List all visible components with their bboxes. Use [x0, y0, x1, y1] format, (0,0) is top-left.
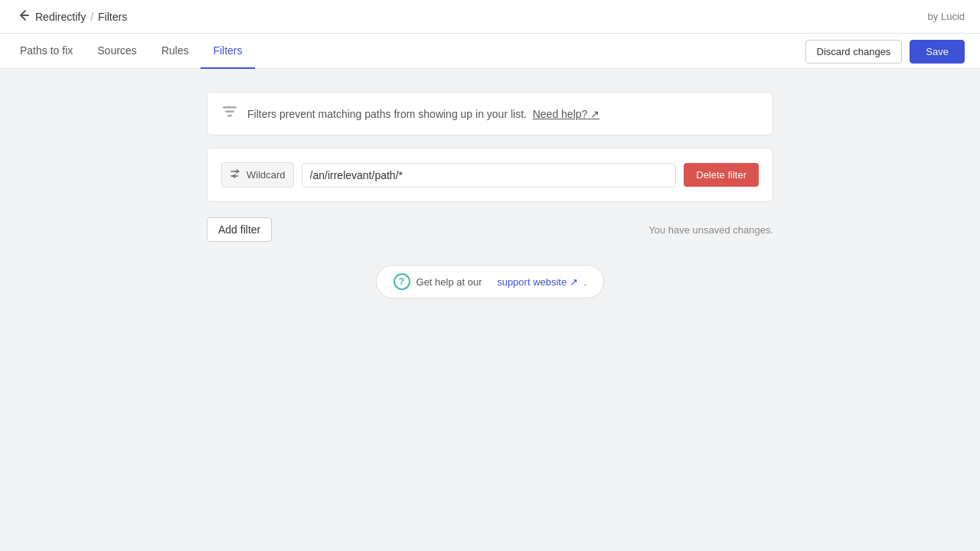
page-title: Filters: [98, 11, 127, 23]
filter-card: Wildcard Delete filter: [207, 148, 773, 202]
unsaved-changes-text: You have unsaved changes.: [648, 224, 773, 236]
nav-tabs: Paths to fix Sources Rules Filters Disca…: [0, 34, 980, 69]
help-circle-icon: ?: [394, 273, 410, 290]
delete-filter-button[interactable]: Delete filter: [684, 163, 759, 187]
svg-rect-0: [223, 106, 237, 109]
svg-rect-1: [225, 111, 234, 113]
tab-filters[interactable]: Filters: [201, 34, 254, 69]
main-content: Filters prevent matching paths from show…: [184, 69, 796, 321]
need-help-link[interactable]: Need help? ↗: [533, 108, 600, 120]
save-button[interactable]: Save: [910, 40, 965, 64]
support-website-link[interactable]: support website ↗: [497, 276, 578, 288]
add-filter-button[interactable]: Add filter: [207, 217, 272, 242]
tab-rules[interactable]: Rules: [149, 34, 201, 69]
tab-sources[interactable]: Sources: [85, 34, 149, 69]
info-text: Filters prevent matching paths from show…: [247, 108, 599, 120]
support-box: ? Get help at our support website ↗.: [207, 265, 773, 298]
filter-row: Wildcard Delete filter: [221, 162, 759, 187]
discard-changes-button[interactable]: Discard changes: [805, 40, 903, 64]
filter-icon: [221, 103, 238, 124]
filter-path-input[interactable]: [302, 163, 677, 187]
back-icon: [15, 8, 31, 25]
action-buttons: Discard changes Save: [805, 40, 965, 64]
bottom-row: Add filter You have unsaved changes.: [207, 217, 773, 242]
breadcrumb: Redirectify / Filters: [15, 8, 127, 25]
support-prefix: Get help at our: [416, 276, 482, 288]
info-banner: Filters prevent matching paths from show…: [207, 92, 773, 135]
topbar: Redirectify / Filters by Lucid: [0, 0, 980, 34]
wildcard-label: Wildcard: [247, 169, 286, 181]
by-label: by Lucid: [928, 11, 965, 22]
info-banner-text: Filters prevent matching paths from show…: [247, 108, 527, 120]
wildcard-icon: [230, 168, 242, 182]
breadcrumb-separator: /: [90, 11, 93, 23]
wildcard-type-selector[interactable]: Wildcard: [221, 162, 294, 187]
support-inner: ? Get help at our support website ↗.: [376, 265, 605, 298]
app-name: Redirectify: [35, 11, 86, 23]
svg-rect-2: [227, 115, 232, 117]
tab-paths[interactable]: Paths to fix: [8, 34, 85, 69]
